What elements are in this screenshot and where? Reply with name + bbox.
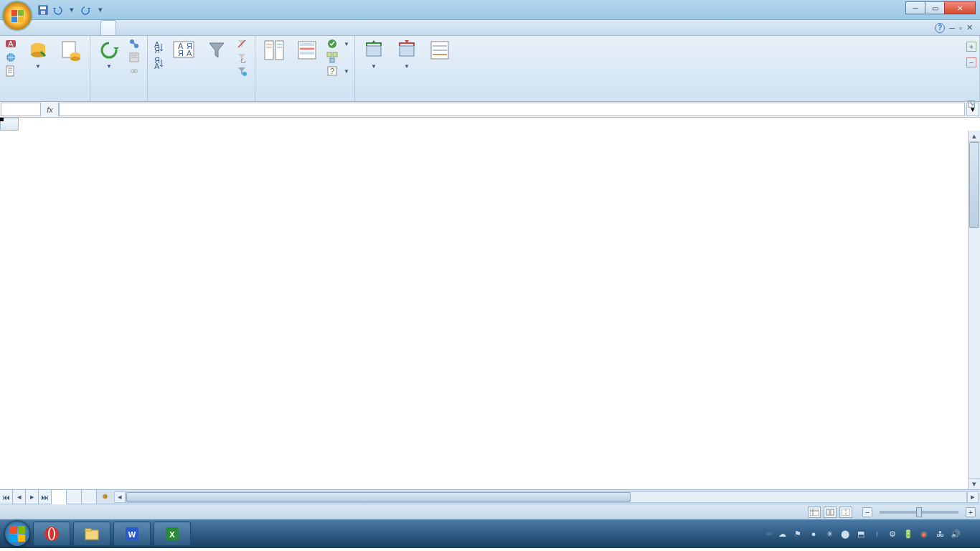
office-button[interactable] <box>3 1 32 30</box>
filter-button[interactable] <box>201 37 232 65</box>
sheet-tab[interactable] <box>52 490 67 504</box>
show-detail-icon[interactable]: + <box>966 42 976 52</box>
sort-button[interactable]: AЯЯA <box>168 37 199 65</box>
tray-icon[interactable]: ☁ <box>776 528 788 540</box>
minimize-button[interactable]: ─ <box>905 1 925 14</box>
taskbar-app-excel[interactable]: X <box>154 522 191 546</box>
tab-formulas[interactable] <box>85 20 100 35</box>
zoom-in-button[interactable]: + <box>966 507 976 517</box>
fx-icon[interactable]: fx <box>42 102 59 117</box>
normal-view-button[interactable] <box>808 507 821 518</box>
ungroup-button[interactable]: ▼ <box>391 37 423 71</box>
tray-icon[interactable]: ⚑ <box>792 528 804 540</box>
ribbon-tabs: ? ─ ▫ ✕ <box>0 20 980 36</box>
consolidate-button[interactable] <box>324 51 352 64</box>
from-access-button[interactable]: A <box>3 37 21 50</box>
select-all-corner[interactable] <box>0 118 19 131</box>
language-indicator[interactable] <box>766 532 772 535</box>
tray-icon[interactable]: ⬤ <box>839 528 851 540</box>
from-text-button[interactable] <box>3 65 21 77</box>
volume-icon[interactable]: 🔊 <box>950 528 961 540</box>
svg-rect-50 <box>330 58 334 62</box>
spreadsheet-grid[interactable]: ▴ ▾ <box>0 118 980 489</box>
sort-desc-button[interactable]: ЯA <box>151 57 166 70</box>
svg-rect-62 <box>826 509 829 515</box>
taskbar-app-word[interactable]: W <box>113 522 151 546</box>
tab-view[interactable] <box>132 20 148 35</box>
horizontal-scrollbar[interactable]: ◂ ▸ <box>113 490 980 504</box>
zoom-slider[interactable] <box>880 511 958 514</box>
battery-icon[interactable]: 🔋 <box>903 528 914 540</box>
new-sheet-button[interactable]: ✸ <box>97 490 113 504</box>
page-break-view-button[interactable] <box>839 507 852 518</box>
reapply-icon <box>236 52 248 63</box>
connections-button[interactable] <box>126 37 144 50</box>
scroll-right-icon[interactable]: ▸ <box>967 491 979 503</box>
existing-connections-button[interactable] <box>55 37 87 65</box>
minimize-ribbon-icon[interactable]: ─ <box>949 24 955 32</box>
scroll-up-icon[interactable]: ▴ <box>969 131 980 142</box>
tray-icon[interactable]: ⬒ <box>855 528 867 540</box>
close-workbook-icon[interactable]: ✕ <box>966 23 973 32</box>
scroll-down-icon[interactable]: ▾ <box>969 478 980 489</box>
group-items-button[interactable]: ▼ <box>358 37 390 71</box>
scroll-thumb[interactable] <box>969 142 979 228</box>
tray-icon[interactable]: ⚙ <box>887 528 898 540</box>
restore-window-icon[interactable]: ▫ <box>959 24 962 32</box>
taskbar-app-explorer[interactable] <box>73 522 110 546</box>
hide-detail-icon[interactable]: − <box>966 57 976 67</box>
group-outline: ▼ ▼ + − ↘ <box>355 36 980 101</box>
tab-pagelayout[interactable] <box>69 20 85 35</box>
reapply-button[interactable] <box>234 51 252 64</box>
page-layout-view-button[interactable] <box>824 507 837 518</box>
undo-icon[interactable] <box>52 4 63 16</box>
what-if-button[interactable]: ?▼ <box>324 65 352 77</box>
tab-insert[interactable] <box>53 20 69 35</box>
scroll-left-icon[interactable]: ◂ <box>114 491 126 503</box>
last-sheet-button[interactable]: ⏭ <box>39 490 52 504</box>
prev-sheet-button[interactable]: ◂ <box>13 490 26 504</box>
sheet-tab[interactable] <box>82 490 97 504</box>
dialog-launcher-icon[interactable]: ↘ <box>968 100 975 108</box>
refresh-all-button[interactable]: ▼ <box>93 37 125 71</box>
close-button[interactable]: ✕ <box>944 1 976 14</box>
taskbar-app-opera[interactable] <box>33 522 70 546</box>
tray-icon[interactable]: ● <box>808 528 819 540</box>
formula-input[interactable] <box>59 103 965 116</box>
first-sheet-button[interactable]: ⏮ <box>0 490 13 504</box>
bluetooth-icon[interactable]: ᚼ <box>871 528 882 540</box>
scroll-thumb[interactable] <box>126 492 631 502</box>
sheet-tab[interactable] <box>67 490 82 504</box>
tab-data[interactable] <box>100 20 116 35</box>
start-button[interactable] <box>3 519 32 548</box>
clear-filter-button[interactable] <box>234 37 252 50</box>
save-icon[interactable] <box>37 4 49 16</box>
remove-duplicates-button[interactable] <box>291 37 323 65</box>
data-validation-button[interactable]: ▼ <box>324 37 352 50</box>
from-web-button[interactable] <box>3 51 21 64</box>
help-icon[interactable]: ? <box>935 23 945 33</box>
next-sheet-button[interactable]: ▸ <box>26 490 39 504</box>
zoom-out-button[interactable]: − <box>862 507 872 517</box>
subtotal-button[interactable] <box>424 37 456 65</box>
from-other-button[interactable]: ▼ <box>22 37 54 71</box>
qat-dropdown-icon[interactable]: ▾ <box>95 4 106 16</box>
redo-icon[interactable] <box>80 4 92 16</box>
tab-review[interactable] <box>116 20 132 35</box>
window-buttons: ─ ▭ ✕ <box>906 1 976 14</box>
system-tray: ☁ ⚑ ● ✳ ⬤ ⬒ ᚼ ⚙ 🔋 ◉ 🖧 🔊 <box>766 528 977 540</box>
network-icon[interactable]: 🖧 <box>934 528 946 540</box>
title-bar: ▾ ▾ ─ ▭ ✕ <box>0 0 980 20</box>
tray-icon[interactable]: ✳ <box>824 528 835 540</box>
tab-home[interactable] <box>37 20 53 35</box>
sort-asc-button[interactable]: AЯ <box>151 42 166 55</box>
qat-dropdown-icon[interactable]: ▾ <box>66 4 77 16</box>
edit-links-button[interactable] <box>126 65 144 77</box>
maximize-button[interactable]: ▭ <box>925 1 945 14</box>
text-to-columns-button[interactable] <box>258 37 290 65</box>
advanced-filter-button[interactable] <box>234 65 252 77</box>
tray-icon[interactable]: ◉ <box>918 528 930 540</box>
name-box[interactable] <box>1 103 41 116</box>
vertical-scrollbar[interactable]: ▴ ▾ <box>968 131 980 489</box>
properties-button[interactable] <box>126 51 144 64</box>
